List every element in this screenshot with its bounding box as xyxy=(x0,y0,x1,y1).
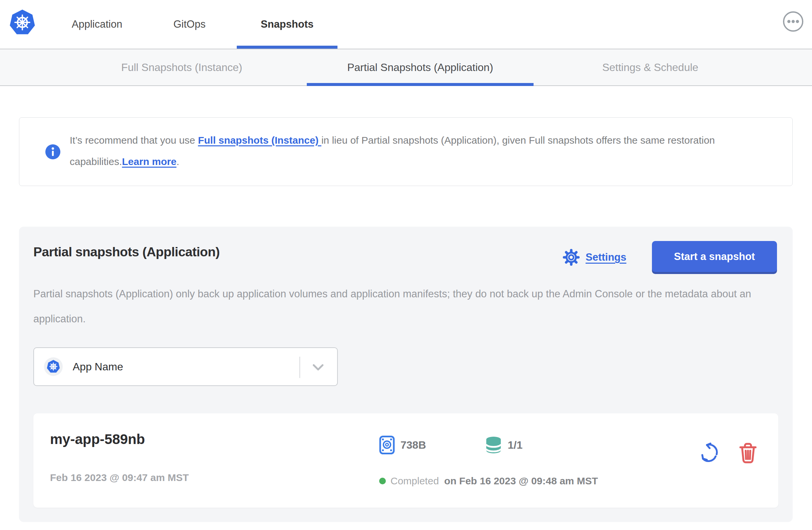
tab-settings-schedule[interactable]: Settings & Schedule xyxy=(580,49,720,85)
partial-snapshots-card: Partial snapshots (Application) Settings… xyxy=(19,227,793,522)
info-banner: It’s recommend that you use Full snapsho… xyxy=(19,117,793,186)
settings-link-label: Settings xyxy=(585,251,626,263)
ellipsis-menu-icon[interactable] xyxy=(783,11,804,32)
snapshot-volumes: 1/1 xyxy=(508,439,523,451)
trash-icon[interactable] xyxy=(737,442,759,464)
database-icon xyxy=(485,436,502,454)
snapshot-created-date: Feb 16 2023 @ 09:47 am MST xyxy=(50,472,189,483)
learn-more-link[interactable]: Learn more xyxy=(122,156,176,167)
tab-full-snapshots-instance[interactable]: Full Snapshots (Instance) xyxy=(97,49,267,85)
nav-tab-gitops[interactable]: GitOps xyxy=(173,0,205,49)
kubernetes-logo-icon xyxy=(9,8,36,38)
snapshot-row: my-app-589nb Feb 16 2023 @ 09:47 am MST … xyxy=(33,413,778,508)
app-name-select[interactable]: App Name xyxy=(33,347,338,386)
status-dot-icon xyxy=(379,478,386,484)
snapshot-stats: 738B 1/1 xyxy=(379,435,523,455)
gear-icon xyxy=(562,248,581,267)
page-title: Partial snapshots (Application) xyxy=(33,245,220,259)
restore-icon[interactable] xyxy=(698,442,720,464)
snapshots-subnav: Full Snapshots (Instance) Partial Snapsh… xyxy=(0,49,812,86)
full-snapshots-link[interactable]: Full snapshots (Instance) xyxy=(198,135,321,146)
top-navigation: Application GitOps Snapshots xyxy=(0,0,812,49)
settings-link[interactable]: Settings xyxy=(562,248,626,267)
snapshot-actions xyxy=(698,442,759,464)
select-divider xyxy=(300,357,300,378)
disk-icon xyxy=(379,435,395,455)
snapshot-size: 738B xyxy=(401,439,426,451)
snapshot-name: my-app-589nb xyxy=(50,431,145,447)
status-detail: on Feb 16 2023 @ 09:48 am MST xyxy=(444,475,598,487)
chevron-down-icon xyxy=(310,359,327,376)
app-root: Application GitOps Snapshots Full Snapsh… xyxy=(0,0,812,530)
card-description: Partial snapshots (Application) only bac… xyxy=(33,281,760,331)
banner-text: It’s recommend that you use Full snapsho… xyxy=(70,130,787,172)
tab-partial-snapshots-application[interactable]: Partial Snapshots (Application) xyxy=(307,49,534,85)
status-label: Completed xyxy=(391,475,439,487)
app-name-select-value: App Name xyxy=(73,361,123,373)
app-kubernetes-icon xyxy=(44,357,63,376)
nav-tab-application[interactable]: Application xyxy=(72,0,122,49)
start-snapshot-button[interactable]: Start a snapshot xyxy=(652,241,777,272)
banner-text-after: . xyxy=(176,156,179,167)
info-icon xyxy=(45,144,60,159)
banner-text-before: It’s recommend that you use xyxy=(70,135,198,146)
nav-tab-snapshots[interactable]: Snapshots xyxy=(237,0,337,49)
snapshot-status: Completed on Feb 16 2023 @ 09:48 am MST xyxy=(379,475,598,487)
